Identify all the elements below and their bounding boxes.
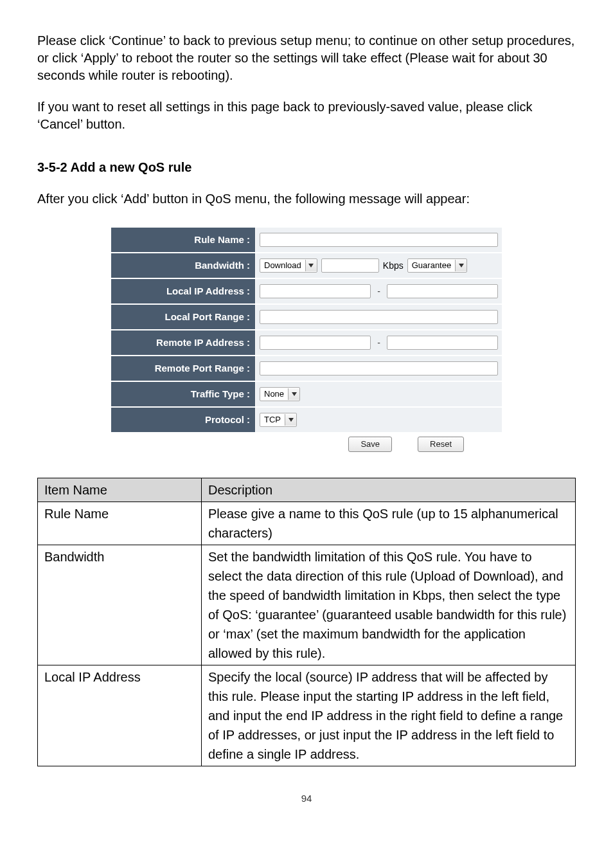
section-heading: 3-5-2 Add a new QoS rule	[37, 159, 576, 176]
chevron-down-icon	[285, 414, 296, 426]
row-remote-port: Remote Port Range :	[111, 356, 502, 381]
range-separator: -	[375, 337, 383, 349]
label-local-ip: Local IP Address :	[111, 278, 255, 304]
paragraph-3: After you click ‘Add’ button in QoS menu…	[37, 190, 576, 208]
chevron-down-icon	[288, 388, 299, 400]
local-ip-end-input[interactable]	[387, 284, 498, 298]
label-remote-ip: Remote IP Address :	[111, 330, 255, 356]
header-item-name: Item Name	[38, 478, 202, 502]
value-remote-ip: -	[255, 330, 502, 356]
row-protocol: Protocol : TCP	[111, 407, 502, 433]
label-protocol: Protocol :	[111, 407, 255, 433]
value-local-ip: -	[255, 278, 502, 304]
description-table: Item Name Description Rule Name Please g…	[37, 478, 576, 766]
row-rule-name: Rule Name :	[111, 227, 502, 253]
save-button[interactable]: Save	[348, 437, 392, 452]
remote-ip-end-input[interactable]	[387, 336, 498, 350]
range-separator: -	[375, 285, 383, 298]
value-local-port	[255, 304, 502, 330]
value-bandwidth: Download Kbps Guarantee	[255, 253, 502, 278]
qos-form: Rule Name : Bandwidth : Download Kbps Gu…	[111, 227, 502, 452]
cell-item: Rule Name	[38, 502, 202, 545]
bandwidth-mode-value: Guarantee	[412, 260, 451, 271]
traffic-type-select[interactable]: None	[260, 387, 300, 401]
label-remote-port: Remote Port Range :	[111, 356, 255, 381]
cell-item: Local IP Address	[38, 665, 202, 766]
row-local-port: Local Port Range :	[111, 304, 502, 330]
table-row: Bandwidth Set the bandwidth limitation o…	[38, 545, 576, 665]
bandwidth-direction-value: Download	[264, 260, 301, 271]
label-rule-name: Rule Name :	[111, 227, 255, 253]
bandwidth-unit: Kbps	[383, 260, 404, 272]
table-header-row: Item Name Description	[38, 478, 576, 502]
remote-port-input[interactable]	[260, 361, 498, 375]
row-bandwidth: Bandwidth : Download Kbps Guarantee	[111, 253, 502, 278]
value-traffic-type: None	[255, 381, 502, 407]
reset-button[interactable]: Reset	[418, 437, 464, 452]
chevron-down-icon	[455, 260, 466, 271]
cell-desc: Specify the local (source) IP address th…	[202, 665, 576, 766]
value-protocol: TCP	[255, 407, 502, 433]
label-bandwidth: Bandwidth :	[111, 253, 255, 278]
rule-name-input[interactable]	[260, 233, 498, 247]
table-row: Local IP Address Specify the local (sour…	[38, 665, 576, 766]
cell-desc: Please give a name to this QoS rule (up …	[202, 502, 576, 545]
row-local-ip: Local IP Address : -	[111, 278, 502, 304]
page-number: 94	[37, 792, 576, 805]
bandwidth-direction-select[interactable]: Download	[260, 258, 317, 273]
paragraph-1: Please click ‘Continue’ to back to previ…	[37, 32, 576, 84]
cell-item: Bandwidth	[38, 545, 202, 665]
label-local-port: Local Port Range :	[111, 304, 255, 330]
value-rule-name	[255, 227, 502, 253]
chevron-down-icon	[305, 260, 317, 271]
local-ip-start-input[interactable]	[260, 284, 371, 298]
row-remote-ip: Remote IP Address : -	[111, 330, 502, 356]
bandwidth-mode-select[interactable]: Guarantee	[407, 258, 467, 273]
protocol-select[interactable]: TCP	[260, 413, 297, 427]
remote-ip-start-input[interactable]	[260, 336, 371, 350]
form-button-row: Save Reset	[111, 433, 502, 452]
table-row: Rule Name Please give a name to this QoS…	[38, 502, 576, 545]
local-port-input[interactable]	[260, 310, 498, 324]
protocol-value: TCP	[264, 414, 281, 426]
header-description: Description	[202, 478, 576, 502]
row-traffic-type: Traffic Type : None	[111, 381, 502, 407]
paragraph-2: If you want to reset all settings in thi…	[37, 98, 576, 133]
value-remote-port	[255, 356, 502, 381]
bandwidth-value-input[interactable]	[321, 258, 379, 273]
traffic-type-value: None	[264, 388, 284, 400]
cell-desc: Set the bandwidth limitation of this QoS…	[202, 545, 576, 665]
label-traffic-type: Traffic Type :	[111, 381, 255, 407]
